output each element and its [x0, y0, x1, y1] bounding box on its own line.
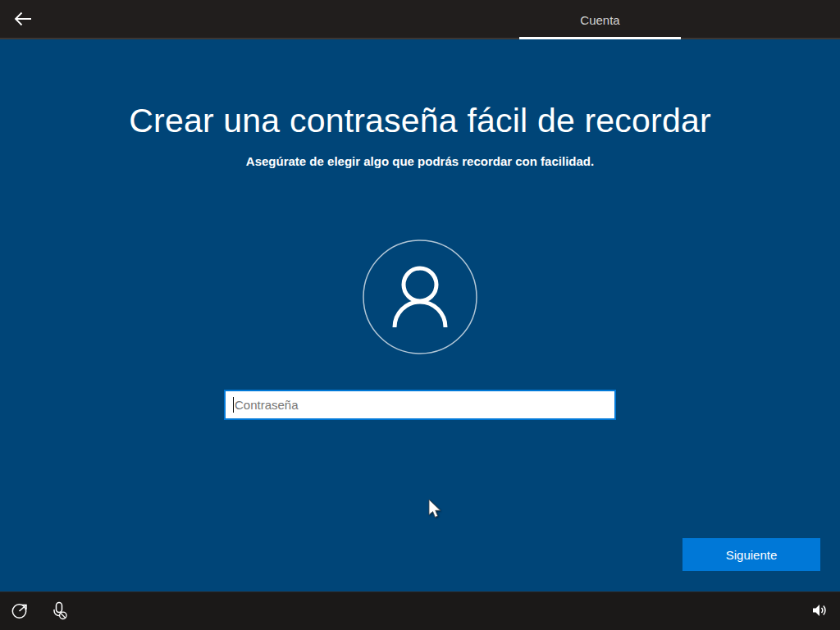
user-avatar-icon — [358, 235, 482, 358]
password-field-container — [224, 390, 616, 420]
microphone-button[interactable] — [44, 596, 74, 626]
text-caret — [233, 397, 234, 413]
arrow-cursor-icon — [427, 499, 444, 523]
page-title: Crear una contraseña fácil de recordar — [0, 102, 840, 140]
bottom-bar — [0, 591, 840, 630]
oobe-account-password-screen: Cuenta Crear una contraseña fácil de rec… — [0, 0, 840, 630]
tab-active-underline — [519, 37, 681, 39]
back-arrow-icon — [12, 8, 34, 32]
page-subtitle: Asegúrate de elegir algo que podrás reco… — [0, 154, 840, 168]
top-bar: Cuenta — [0, 0, 840, 39]
next-button[interactable]: Siguiente — [682, 538, 820, 571]
tab-label: Cuenta — [580, 13, 619, 27]
tab-cuenta: Cuenta — [519, 0, 681, 39]
back-button[interactable] — [7, 7, 39, 33]
next-button-label: Siguiente — [726, 548, 778, 562]
volume-icon — [809, 600, 829, 623]
volume-button[interactable] — [804, 596, 833, 626]
ease-of-access-icon — [10, 600, 30, 623]
ease-of-access-button[interactable] — [5, 596, 34, 626]
password-input[interactable] — [226, 391, 614, 418]
microphone-muted-icon — [48, 600, 70, 623]
